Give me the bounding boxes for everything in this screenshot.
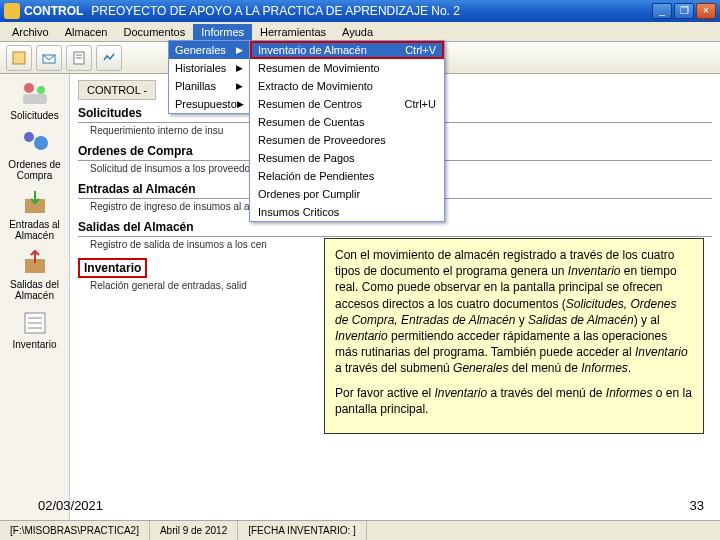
sidebar-item-ordenes[interactable]: Ordenes de Compra — [2, 127, 67, 183]
submenu-item-ordenes-cumplir[interactable]: Ordenes por Cumplir — [250, 185, 444, 203]
app-icon — [4, 3, 20, 19]
toolbar-button-3[interactable] — [66, 45, 92, 71]
status-inventory-date: [FECHA INVENTARIO: ] — [238, 521, 367, 540]
svg-point-6 — [37, 86, 45, 94]
menu-herramientas[interactable]: Herramientas — [252, 24, 334, 40]
status-date: Abril 9 de 2012 — [150, 521, 238, 540]
list-icon — [19, 309, 51, 337]
sidebar-item-solicitudes[interactable]: Solicitudes — [2, 78, 67, 123]
submenu-item-extracto-movimiento[interactable]: Extracto de Movimiento — [250, 77, 444, 95]
sidebar-label: Salidas del Almacén — [10, 279, 59, 301]
submenu-item-relacion-pendientes[interactable]: Relación de Pendientes — [250, 167, 444, 185]
sidebar: Solicitudes Ordenes de Compra Entradas a… — [0, 74, 70, 520]
sidebar-item-salidas[interactable]: Salidas del Almacén — [2, 247, 67, 303]
section-title: Salidas del Almacén — [78, 220, 712, 237]
sidebar-label: Solicitudes — [10, 110, 58, 121]
menu-informes[interactable]: Informes — [193, 24, 252, 40]
slide-page-number: 33 — [690, 498, 704, 513]
toolbar-button-2[interactable] — [36, 45, 62, 71]
globe-icon — [19, 129, 51, 157]
submenu-item-resumen-pagos[interactable]: Resumen de Pagos — [250, 149, 444, 167]
people-icon — [19, 80, 51, 108]
submenu-item-presupuesto[interactable]: Presupuesto▶ — [169, 95, 249, 113]
toolbar-button-1[interactable] — [6, 45, 32, 71]
svg-rect-0 — [13, 52, 25, 64]
status-bar: [F:\MISOBRAS\PRACTICA2] Abril 9 de 2012 … — [0, 520, 720, 540]
submenu-informes: Generales▶ Historiales▶ Planillas▶ Presu… — [168, 40, 250, 114]
toolbar-button-4[interactable] — [96, 45, 122, 71]
submenu-generales: Inventario de AlmacénCtrl+V Resumen de M… — [249, 40, 445, 222]
sidebar-label: Inventario — [13, 339, 57, 350]
svg-point-8 — [24, 132, 34, 142]
help-callout: Con el movimiento de almacén registrado … — [324, 238, 704, 434]
sidebar-label: Ordenes de Compra — [8, 159, 60, 181]
submenu-item-historiales[interactable]: Historiales▶ — [169, 59, 249, 77]
menu-ayuda[interactable]: Ayuda — [334, 24, 381, 40]
section-title: Inventario — [78, 258, 147, 278]
submenu-item-resumen-movimiento[interactable]: Resumen de Movimiento — [250, 59, 444, 77]
svg-rect-7 — [23, 94, 47, 104]
submenu-item-insumos-criticos[interactable]: Insumos Criticos — [250, 203, 444, 221]
sidebar-item-entradas[interactable]: Entradas al Almacén — [2, 187, 67, 243]
submenu-item-resumen-centros[interactable]: Resumen de CentrosCtrl+U — [250, 95, 444, 113]
submenu-item-resumen-cuentas[interactable]: Resumen de Cuentas — [250, 113, 444, 131]
submenu-item-generales[interactable]: Generales▶ — [169, 41, 249, 59]
window-titlebar: CONTROL PREOYECTO DE APOYO A LA PRACTICA… — [0, 0, 720, 22]
close-button[interactable]: × — [696, 3, 716, 19]
svg-point-9 — [34, 136, 48, 150]
chevron-right-icon: ▶ — [236, 81, 243, 91]
menu-bar: Archivo Almacen Documentos Informes Herr… — [0, 22, 720, 42]
app-name: CONTROL — [24, 4, 83, 18]
submenu-item-planillas[interactable]: Planillas▶ — [169, 77, 249, 95]
box-out-icon — [19, 249, 51, 277]
inner-window-title: CONTROL - — [78, 80, 156, 100]
submenu-item-inventario-almacen[interactable]: Inventario de AlmacénCtrl+V — [250, 41, 444, 59]
sidebar-label: Entradas al Almacén — [9, 219, 60, 241]
callout-para-2: Por favor active el Inventario a través … — [335, 385, 693, 417]
maximize-button[interactable]: ❐ — [674, 3, 694, 19]
menu-archivo[interactable]: Archivo — [4, 24, 57, 40]
slide-date: 02/03/2021 — [38, 498, 103, 513]
svg-point-5 — [24, 83, 34, 93]
submenu-item-resumen-proveedores[interactable]: Resumen de Proveedores — [250, 131, 444, 149]
chevron-right-icon: ▶ — [237, 99, 244, 109]
minimize-button[interactable]: _ — [652, 3, 672, 19]
callout-para-1: Con el movimiento de almacén registrado … — [335, 247, 693, 377]
sidebar-item-inventario[interactable]: Inventario — [2, 307, 67, 352]
project-title: PREOYECTO DE APOYO A LA PRACTICA DE APRE… — [91, 4, 652, 18]
chevron-right-icon: ▶ — [236, 45, 243, 55]
status-path: [F:\MISOBRAS\PRACTICA2] — [0, 521, 150, 540]
menu-documentos[interactable]: Documentos — [115, 24, 193, 40]
chevron-right-icon: ▶ — [236, 63, 243, 73]
box-in-icon — [19, 189, 51, 217]
menu-almacen[interactable]: Almacen — [57, 24, 116, 40]
